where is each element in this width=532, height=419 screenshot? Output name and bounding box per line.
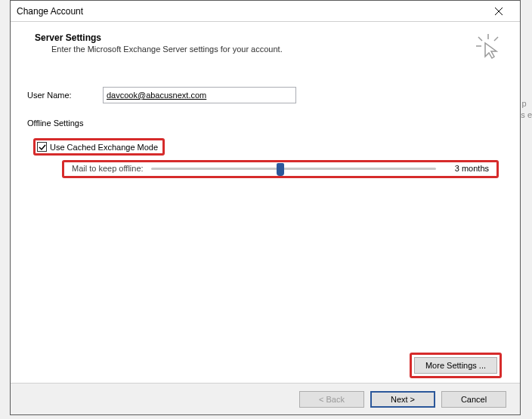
- header-title: Server Settings: [35, 32, 475, 43]
- cursor-click-icon: [475, 32, 502, 60]
- dialog-content: User Name: Offline Settings Use Cached E…: [11, 69, 520, 383]
- cancel-button[interactable]: Cancel: [441, 391, 506, 408]
- close-icon: [495, 8, 503, 15]
- checkmark-icon: [39, 143, 46, 151]
- offline-settings-label: Offline Settings: [27, 119, 503, 128]
- dialog-header: Server Settings Enter the Microsoft Exch…: [11, 22, 520, 69]
- close-button[interactable]: [484, 1, 514, 22]
- username-label: User Name:: [27, 91, 103, 100]
- cached-mode-label: Use Cached Exchange Mode: [50, 143, 158, 152]
- cached-mode-highlight: Use Cached Exchange Mode: [33, 138, 165, 156]
- change-account-dialog: Change Account Server Settings Enter the…: [10, 0, 521, 415]
- svg-line-4: [494, 37, 498, 41]
- svg-line-3: [478, 37, 482, 41]
- more-settings-button[interactable]: More Settings ...: [414, 357, 497, 374]
- back-button: < Back: [299, 391, 364, 408]
- dialog-footer: < Back Next > Cancel: [11, 383, 520, 414]
- header-subtitle: Enter the Microsoft Exchange Server sett…: [35, 45, 475, 54]
- username-input[interactable]: [103, 87, 296, 103]
- mail-offline-slider[interactable]: [151, 164, 436, 173]
- cached-mode-checkbox[interactable]: [37, 142, 47, 152]
- next-button[interactable]: Next >: [370, 391, 435, 408]
- slider-label: Mail to keep offline:: [72, 164, 144, 173]
- window-title: Change Account: [17, 6, 484, 17]
- slider-thumb[interactable]: [277, 163, 284, 176]
- offline-slider-highlight: Mail to keep offline: 3 months: [62, 160, 499, 178]
- slider-value: 3 months: [444, 164, 489, 173]
- more-settings-highlight: More Settings ...: [410, 353, 502, 378]
- username-row: User Name:: [27, 87, 503, 103]
- titlebar: Change Account: [11, 1, 520, 22]
